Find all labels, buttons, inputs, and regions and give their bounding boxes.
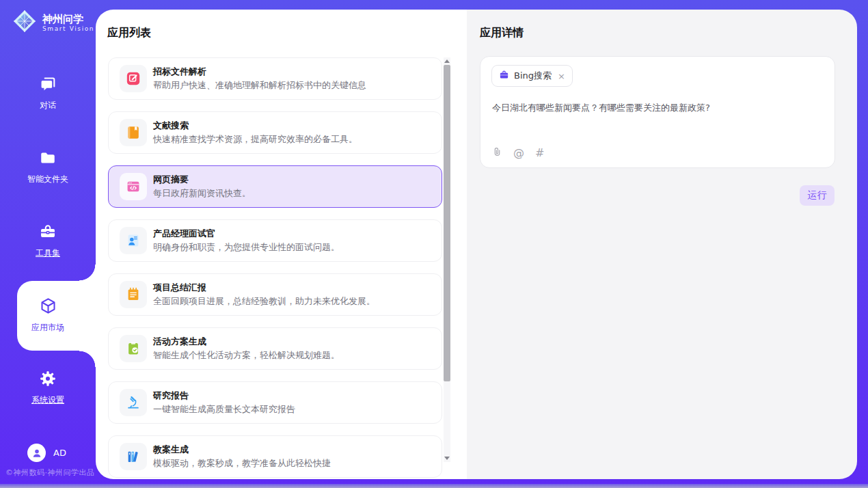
copyright-footer: ©神州数码·神州问学出品 [5,467,95,478]
app-detail-title: 应用详情 [480,26,524,40]
brand-subtitle: Smart Vision [42,25,94,32]
briefcase-icon [499,70,509,83]
sidebar-item-label: 系统设置 [31,394,64,406]
app-card-description: 一键智能生成高质量长文本研究报告 [153,403,295,416]
app-card-description: 帮助用户快速、准确地理解和解析招标书中的关键信息 [153,79,366,92]
user-initials: AD [53,448,66,458]
brand-logo: 神州问学 Smart Vision [12,9,94,36]
app-card-招标文件解析[interactable]: 招标文件解析帮助用户快速、准确地理解和解析招标书中的关键信息 [108,57,442,100]
app-card-description: 每日政府新闻资讯快查。 [153,187,251,200]
brand-name: 神州问学 [42,13,94,25]
app-card-list: 招标文件解析帮助用户快速、准确地理解和解析招标书中的关键信息 文献搜索快速精准查… [108,57,442,479]
clipboard-check-icon [120,335,147,362]
app-card-title: 网页摘要 [153,174,189,186]
app-card-网页摘要[interactable]: 网页摘要每日政府新闻资讯快查。 [108,165,442,208]
sidebar-item-系统设置[interactable]: 系统设置 [0,370,96,406]
app-card-title: 项目总结汇报 [153,282,206,294]
sidebar-item-工具集[interactable]: 工具集 [0,223,96,259]
doc-edit-icon [120,65,147,92]
avatar [27,444,46,462]
composer-toolbar: @# [492,145,544,161]
microscope-icon [120,389,147,416]
sidebar-item-label: 智能文件夹 [27,174,68,185]
books-icon [120,443,147,470]
close-icon[interactable]: × [558,72,565,81]
prompt-card: Bing搜索 × 今日湖北有哪些新闻要点？有哪些需要关注的最新政策? @# [480,56,835,168]
app-list-title: 应用列表 [107,26,151,40]
sidebar-item-label: 对话 [40,100,56,111]
window-bottom-edge [0,484,868,488]
user-account[interactable]: AD [27,444,66,462]
sidebar-item-应用市场[interactable]: 应用市场 [0,297,96,334]
app-card-title: 教案生成 [153,444,189,456]
app-card-产品经理面试官[interactable]: 产品经理面试官明确身份和职责，为您提供专业性的面试问题。 [108,219,442,262]
active-tab-curve-top [79,265,96,281]
app-card-description: 智能生成个性化活动方案，轻松解决规划难题。 [153,349,340,362]
cube-icon [39,297,57,318]
app-window: 神州问学 Smart Vision 对话 智能文件夹 工具集 应用市场 系统设置 [0,0,868,488]
sidebar-item-label: 应用市场 [31,322,64,334]
app-card-项目总结汇报[interactable]: 项目总结汇报全面回顾项目进展，总结经验教训，助力未来优化发展。 [108,273,442,316]
tool-tag-label: Bing搜索 [514,70,552,82]
app-card-title: 产品经理面试官 [153,228,215,240]
folder-icon [39,149,57,170]
scroll-down-icon[interactable] [444,457,450,460]
app-card-description: 模板驱动，教案秒成，教学准备从此轻松快捷 [153,457,331,470]
app-card-description: 快速精准查找学术资源，提高研究效率的必备工具。 [153,133,357,146]
app-card-教案生成[interactable]: 教案生成模板驱动，教案秒成，教学准备从此轻松快捷 [108,435,442,478]
at-icon[interactable]: @ [513,148,524,159]
app-card-description: 明确身份和职责，为您提供专业性的面试问题。 [153,241,340,254]
hash-icon[interactable]: # [535,148,544,159]
app-card-title: 招标文件解析 [153,66,206,78]
app-card-description: 全面回顾项目进展，总结经验教训，助力未来优化发展。 [153,295,375,308]
sidebar-item-智能文件夹[interactable]: 智能文件夹 [0,149,96,185]
scroll-up-icon[interactable] [444,59,450,63]
chat-icon [39,75,57,96]
run-button[interactable]: 运行 [800,185,835,206]
tool-tag-bing-search[interactable]: Bing搜索 × [491,65,573,87]
book-icon [120,119,147,146]
diamond-logo-icon [12,9,37,36]
person-icon [31,448,42,459]
person-doc-icon [120,227,147,254]
app-card-title: 文献搜索 [153,120,189,132]
app-card-研究报告[interactable]: 研究报告一键智能生成高质量长文本研究报告 [108,381,442,424]
notepad-icon [120,281,147,308]
app-list-panel: 应用列表 招标文件解析帮助用户快速、准确地理解和解析招标书中的关键信息 文献搜索… [96,10,467,479]
scrollbar[interactable] [444,57,450,462]
browser-code-icon [120,173,147,200]
sidebar-item-对话[interactable]: 对话 [0,75,96,111]
content-frame: 应用列表 招标文件解析帮助用户快速、准确地理解和解析招标书中的关键信息 文献搜索… [96,10,857,479]
sidebar: 神州问学 Smart Vision 对话 智能文件夹 工具集 应用市场 系统设置 [0,0,96,488]
gear-icon [39,370,57,390]
prompt-text[interactable]: 今日湖北有哪些新闻要点？有哪些需要关注的最新政策? [492,102,710,114]
app-card-文献搜索[interactable]: 文献搜索快速精准查找学术资源，提高研究效率的必备工具。 [108,111,442,154]
toolbox-icon [39,223,57,243]
paperclip-icon[interactable] [492,145,502,161]
app-card-活动方案生成[interactable]: 活动方案生成智能生成个性化活动方案，轻松解决规划难题。 [108,327,442,370]
sidebar-item-label: 工具集 [36,247,60,259]
app-card-title: 活动方案生成 [153,336,206,348]
scrollbar-thumb[interactable] [444,65,450,381]
app-card-title: 研究报告 [153,390,189,402]
active-tab-curve-bottom [79,351,96,367]
app-detail-panel: 应用详情 Bing搜索 × 今日湖北有哪些新闻要点？有哪些需要关注的最新政策? … [467,10,857,479]
